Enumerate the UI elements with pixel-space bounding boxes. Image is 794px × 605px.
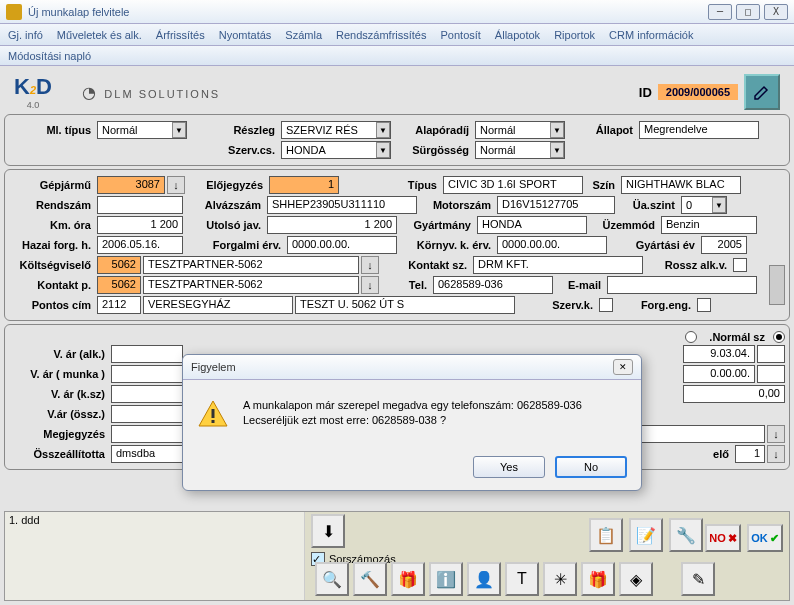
elojegyzes-field[interactable]: 1: [269, 176, 339, 194]
icon-gift2[interactable]: 🎁: [581, 562, 615, 596]
koltsegv-label: Költségviselő: [9, 259, 95, 271]
kornyk-field[interactable]: 0000.00.00.: [497, 236, 607, 254]
megj-expand[interactable]: ↓: [767, 425, 785, 443]
no-button[interactable]: NO✖: [705, 524, 741, 552]
gepjarmu-field[interactable]: 3087: [97, 176, 165, 194]
varossz-field[interactable]: [111, 405, 183, 423]
kontaktp-label: Kontakt p.: [9, 279, 95, 291]
megj-label: Megjegyzés: [9, 428, 109, 440]
icon-info[interactable]: ℹ️: [429, 562, 463, 596]
hazai-field[interactable]: 2006.05.16.: [97, 236, 183, 254]
varksz-field[interactable]: [111, 385, 183, 403]
varalk-field[interactable]: [111, 345, 183, 363]
koltsegv-lookup[interactable]: ↓: [361, 256, 379, 274]
list-area[interactable]: 1. ddd: [5, 512, 305, 600]
gyartasi-field: 2005: [701, 236, 747, 254]
icon-gift1[interactable]: 🎁: [391, 562, 425, 596]
app-icon: [6, 4, 22, 20]
close-button[interactable]: X: [764, 4, 788, 20]
forgerv-field[interactable]: 0000.00.00.: [287, 236, 397, 254]
menu-pontosit[interactable]: Pontosít: [441, 29, 481, 41]
uaszint-select[interactable]: 0▼: [681, 196, 727, 214]
icon-build[interactable]: 🔨: [353, 562, 387, 596]
icon-target[interactable]: ◈: [619, 562, 653, 596]
icon-search[interactable]: 🔍: [315, 562, 349, 596]
kontaktp-id[interactable]: 5062: [97, 276, 141, 294]
motorszam-label: Motorszám: [419, 199, 495, 211]
radio-normalsz[interactable]: [773, 331, 785, 343]
koltsegv-id[interactable]: 5062: [97, 256, 141, 274]
forgerv-label: Forgalmi érv.: [185, 239, 285, 251]
pontos-label: Pontos cím: [9, 299, 95, 311]
menu-allapotok[interactable]: Állapotok: [495, 29, 540, 41]
menu-riportok[interactable]: Riportok: [554, 29, 595, 41]
ml-tipus-select[interactable]: Normál▼: [97, 121, 187, 139]
rendszam-field[interactable]: [97, 196, 183, 214]
icon-green[interactable]: ✳: [543, 562, 577, 596]
varossz-label: V.ár (össz.): [9, 408, 109, 420]
list-item[interactable]: 1. ddd: [9, 514, 300, 526]
date2-field[interactable]: 0.00.00.: [683, 365, 755, 383]
down-arrow-button[interactable]: ⬇: [311, 514, 345, 548]
menubar: Gj. infó Műveletek és alk. Árfrissítés N…: [0, 24, 794, 46]
motorszam-field: D16V15127705: [497, 196, 615, 214]
menu-muveletek[interactable]: Műveletek és alk.: [57, 29, 142, 41]
tel-field[interactable]: 0628589-036: [433, 276, 553, 294]
varmunka-label: V. ár ( munka ): [9, 368, 109, 380]
dialog-close-button[interactable]: ✕: [613, 359, 633, 375]
utolsojav-field: 1 200: [267, 216, 397, 234]
icon-person[interactable]: 👤: [467, 562, 501, 596]
kontaktp-name: TESZTPARTNER-5062: [143, 276, 359, 294]
maximize-button[interactable]: □: [736, 4, 760, 20]
gyartmany-label: Gyártmány: [399, 219, 475, 231]
varmunka-field[interactable]: [111, 365, 183, 383]
alaporadij-select[interactable]: Normál▼: [475, 121, 565, 139]
tool-b[interactable]: 📝: [629, 518, 663, 552]
dialog-no-button[interactable]: No: [555, 456, 627, 478]
gepjarmu-lookup[interactable]: ↓: [167, 176, 185, 194]
scrollbar[interactable]: [769, 265, 785, 305]
uaszint-label: Üa.szint: [617, 199, 679, 211]
rossz-label: Rossz alk.v.: [645, 259, 731, 271]
menu-nyomtatas[interactable]: Nyomtatás: [219, 29, 272, 41]
dialog-yes-button[interactable]: Yes: [473, 456, 545, 478]
menu-arfrissites[interactable]: Árfrissítés: [156, 29, 205, 41]
menu-rendszam[interactable]: Rendszámfrissítés: [336, 29, 426, 41]
reszleg-select[interactable]: SZERVIZ RÉS▼: [281, 121, 391, 139]
rossz-check[interactable]: [733, 258, 747, 272]
szervcs-select[interactable]: HONDA▼: [281, 141, 391, 159]
elo-label: elő: [703, 448, 733, 460]
amount-field[interactable]: 0,00: [683, 385, 785, 403]
menu-modositasi[interactable]: Módosítási napló: [8, 50, 91, 62]
date2-extra[interactable]: [757, 365, 785, 383]
dialog-title: Figyelem: [191, 361, 613, 373]
elo-field[interactable]: 1: [735, 445, 765, 463]
radio-erv[interactable]: [685, 331, 697, 343]
email-field[interactable]: [607, 276, 757, 294]
date1-field[interactable]: 9.03.04.: [683, 345, 755, 363]
menubar-row2: Módosítási napló: [0, 46, 794, 66]
tool-a[interactable]: 📋: [589, 518, 623, 552]
szervk-check[interactable]: [599, 298, 613, 312]
icon-pen[interactable]: ✎: [681, 562, 715, 596]
ok-button[interactable]: OK✔: [747, 524, 783, 552]
kmora-field[interactable]: 1 200: [97, 216, 183, 234]
menu-szamla[interactable]: Számla: [285, 29, 322, 41]
minimize-button[interactable]: ─: [708, 4, 732, 20]
date1-extra[interactable]: [757, 345, 785, 363]
window-title: Új munkalap felvitele: [28, 6, 708, 18]
surgosseg-select[interactable]: Normál▼: [475, 141, 565, 159]
pontos-addr[interactable]: TESZT U. 5062 ÚT S: [295, 296, 515, 314]
dialog: Figyelem ✕ A munkalapon már szerepel meg…: [182, 354, 642, 491]
kontaktp-lookup[interactable]: ↓: [361, 276, 379, 294]
icon-test[interactable]: T: [505, 562, 539, 596]
pontos-city[interactable]: VERESEGYHÁZ: [143, 296, 293, 314]
pontos-zip[interactable]: 2112: [97, 296, 141, 314]
forgeng-check[interactable]: [697, 298, 711, 312]
menu-crm[interactable]: CRM információk: [609, 29, 693, 41]
edit-header-button[interactable]: [744, 74, 780, 110]
elo-lookup[interactable]: ↓: [767, 445, 785, 463]
tipus-label: Típus: [341, 179, 441, 191]
menu-gjinfo[interactable]: Gj. infó: [8, 29, 43, 41]
tool-c[interactable]: 🔧: [669, 518, 703, 552]
